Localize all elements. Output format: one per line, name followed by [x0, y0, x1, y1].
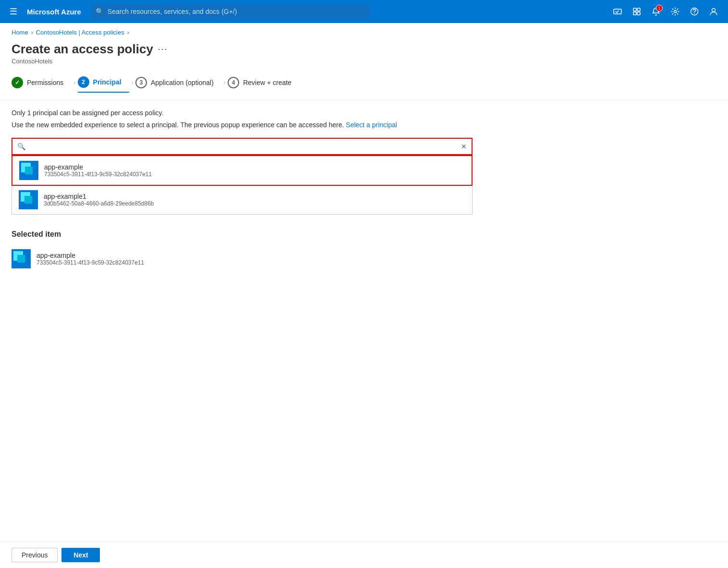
svg-rect-20: [17, 255, 25, 263]
result-id-1: 3d0b5462-50a8-4660-a6d8-29eede85d86b: [44, 200, 154, 207]
step-3-label: Application (optional): [151, 79, 214, 86]
svg-rect-3: [633, 12, 636, 15]
svg-point-8: [712, 9, 716, 12]
step-1-circle: ✓: [12, 77, 23, 88]
svg-rect-1: [633, 8, 636, 11]
brand-name: Microsoft Azure: [27, 8, 81, 16]
breadcrumb-access-policies[interactable]: ContosoHotels | Access policies: [36, 29, 124, 36]
result-item-0[interactable]: app-example 733504c5-3911-4f13-9c59-32c8…: [12, 155, 473, 186]
global-search[interactable]: 🔍: [91, 4, 369, 19]
svg-point-5: [674, 11, 677, 13]
step-3-circle: 3: [135, 77, 147, 88]
hamburger-menu[interactable]: ☰: [6, 2, 21, 21]
step-4-circle: 4: [228, 77, 239, 88]
more-options-button[interactable]: ···: [158, 44, 168, 54]
info-line-2-prefix: Use the new embedded experience to selec…: [12, 121, 344, 129]
svg-point-7: [694, 13, 695, 14]
breadcrumb: Home › ContosoHotels | Access policies ›: [0, 23, 728, 38]
cloud-shell-icon[interactable]: [609, 3, 626, 20]
result-name-0: app-example: [44, 163, 152, 171]
info-line-2: Use the new embedded experience to selec…: [12, 120, 716, 130]
page-subtitle: ContosoHotels: [0, 57, 728, 73]
search-icon: 🔍: [96, 8, 104, 15]
app-icon-0: [19, 161, 38, 180]
result-item-1[interactable]: app-example1 3d0b5462-50a8-4660-a6d8-29e…: [12, 185, 472, 214]
breadcrumb-sep-2: ›: [127, 29, 129, 36]
page-header: Create an access policy ···: [0, 38, 728, 57]
svg-rect-16: [24, 196, 32, 204]
result-id-0: 733504c5-3911-4f13-9c59-32c824037e11: [44, 171, 152, 178]
help-icon[interactable]: [686, 3, 703, 20]
wizard-step-permissions[interactable]: ✓ Permissions: [12, 73, 71, 92]
search-input[interactable]: app-example: [29, 143, 457, 150]
app-icon-1: [19, 190, 38, 209]
step-2-circle: 2: [78, 76, 89, 88]
selected-item-name: app-example: [36, 252, 144, 259]
wizard-step-review[interactable]: 4 Review + create: [228, 73, 299, 92]
account-icon[interactable]: [705, 3, 722, 20]
step-2-label: Principal: [93, 78, 121, 86]
selected-section-title: Selected item: [12, 230, 716, 239]
notification-count: 1: [656, 5, 663, 12]
search-box[interactable]: 🔍 app-example ✕: [12, 138, 473, 155]
top-navigation: ☰ Microsoft Azure 🔍 1: [0, 0, 728, 23]
breadcrumb-sep-1: ›: [31, 29, 33, 36]
main-content: Only 1 principal can be assigned per acc…: [0, 100, 728, 281]
selected-section: Selected item app-example 733504c5-3911-…: [12, 230, 716, 273]
select-principal-link[interactable]: Select a principal: [346, 121, 397, 129]
wizard-step-principal[interactable]: 2 Principal: [78, 73, 129, 93]
directory-icon[interactable]: [628, 3, 645, 20]
step-1-label: Permissions: [27, 79, 63, 86]
info-line-1: Only 1 principal can be assigned per acc…: [12, 108, 716, 118]
global-search-input[interactable]: [108, 8, 364, 15]
search-clear-button[interactable]: ✕: [461, 143, 467, 150]
search-container: 🔍 app-example ✕ app-example 733504c5-391…: [12, 138, 473, 215]
nav-icons: 1: [609, 3, 722, 20]
wizard-steps: ✓ Permissions › 2 Principal › 3 Applicat…: [0, 73, 728, 100]
svg-rect-12: [25, 167, 33, 174]
selected-item-id: 733504c5-3911-4f13-9c59-32c824037e11: [36, 259, 144, 266]
svg-rect-4: [637, 12, 640, 15]
selected-item: app-example 733504c5-3911-4f13-9c59-32c8…: [12, 244, 716, 273]
breadcrumb-home[interactable]: Home: [12, 29, 28, 36]
result-name-1: app-example1: [44, 193, 154, 200]
wizard-step-application[interactable]: 3 Application (optional): [135, 73, 221, 92]
selected-app-icon: [12, 249, 31, 268]
svg-rect-2: [637, 8, 640, 11]
page-title: Create an access policy: [12, 42, 153, 57]
notifications-icon[interactable]: 1: [647, 3, 665, 20]
results-list: app-example 733504c5-3911-4f13-9c59-32c8…: [12, 155, 473, 215]
settings-icon[interactable]: [667, 3, 684, 20]
step-4-label: Review + create: [243, 79, 291, 86]
search-box-icon: 🔍: [17, 143, 25, 150]
